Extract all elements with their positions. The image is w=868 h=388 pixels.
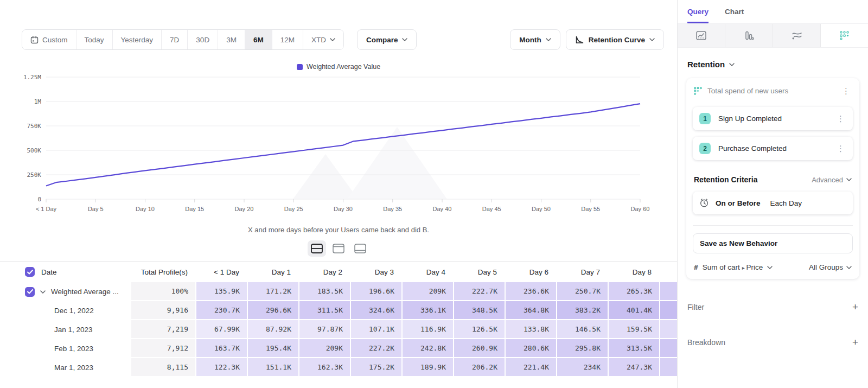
report-type-select[interactable]: Retention: [687, 60, 868, 69]
range-xtd[interactable]: XTD: [303, 30, 343, 49]
retention-cell-day5[interactable]: 222.7K: [453, 282, 505, 301]
chart-type-switcher: [678, 24, 868, 48]
range-3m[interactable]: 3M: [218, 30, 245, 49]
retention-cell-day6[interactable]: 280.6K: [505, 339, 556, 358]
retention-cell-day4[interactable]: 336.1K: [401, 301, 453, 320]
behavior-title[interactable]: Total spend of new users: [707, 87, 835, 95]
retention-cell-day4[interactable]: 209K: [401, 282, 453, 301]
retention-cell-day8[interactable]: 313.5K: [608, 339, 659, 358]
svg-text:Day 5: Day 5: [88, 206, 104, 212]
add-breakdown-button[interactable]: +: [852, 337, 858, 347]
table-row[interactable]: Weighted Average ...100%135.9K171.2K183.…: [0, 282, 677, 301]
insights-icon[interactable]: [678, 24, 725, 47]
retention-cell-1day[interactable]: 122.3K: [195, 358, 247, 377]
retention-cell-day2[interactable]: 97.87K: [298, 320, 350, 339]
kebab-menu-icon[interactable]: ⋮: [835, 115, 846, 123]
retention-cell-day8[interactable]: 265.3K: [608, 282, 659, 301]
retention-cell-day8[interactable]: 247.3K: [608, 358, 659, 377]
granularity-button[interactable]: Month: [510, 29, 560, 50]
kebab-menu-icon[interactable]: ⋮: [835, 144, 846, 152]
add-filter-button[interactable]: +: [852, 302, 858, 312]
retention-cell-day3[interactable]: 175.2K: [350, 358, 401, 377]
range-custom[interactable]: Custom: [22, 30, 76, 49]
retention-cell-day2[interactable]: 209K: [298, 339, 350, 358]
kebab-menu-icon[interactable]: ⋮: [840, 87, 852, 95]
retention-cell-day5[interactable]: 206.2K: [453, 358, 505, 377]
compare-button[interactable]: Compare: [357, 29, 417, 50]
table-row[interactable]: Jan 1, 20237,21967.99K87.92K97.87K107.1K…: [0, 320, 677, 339]
retention-cell-day3[interactable]: 324.6K: [350, 301, 401, 320]
retention-cell-day3[interactable]: 196.6K: [350, 282, 401, 301]
retention-cell-day5[interactable]: 126.5K: [453, 320, 505, 339]
layout-chart-only-icon[interactable]: [329, 240, 348, 257]
retention-cell-day8[interactable]: 401.4K: [608, 301, 659, 320]
flows-icon[interactable]: [773, 24, 821, 47]
retention-cell-day6[interactable]: 133.8K: [505, 320, 556, 339]
breakdown-label: Breakdown: [687, 338, 852, 347]
retention-cell-day7[interactable]: 383.2K: [556, 301, 608, 320]
retention-cell-day8[interactable]: 159.5K: [608, 320, 659, 339]
retention-cell-day4[interactable]: 116.9K: [401, 320, 453, 339]
retention-cell-day1[interactable]: 87.92K: [247, 320, 298, 339]
bar-chart-icon[interactable]: [725, 24, 773, 47]
retention-cell-day1[interactable]: 151.1K: [247, 358, 298, 377]
layout-table-only-icon[interactable]: [351, 240, 369, 257]
table-row[interactable]: Mar 1, 20238,115122.3K151.1K162.3K175.2K…: [0, 358, 677, 377]
range-7d[interactable]: 7D: [162, 30, 188, 49]
retention-cell-day7[interactable]: 295.8K: [556, 339, 608, 358]
retention-line-chart[interactable]: 0250K500K750K1M1.25M< 1 DayDay 5Day 10Da…: [0, 73, 677, 226]
all-groups-dropdown[interactable]: All Groups: [809, 263, 852, 271]
advanced-dropdown[interactable]: Advanced: [812, 176, 852, 184]
retention-cell-day6[interactable]: 364.8K: [505, 301, 556, 320]
property-select[interactable]: Sum of cart ▸ Price: [703, 263, 763, 271]
retention-cell-day2[interactable]: 311.5K: [298, 301, 350, 320]
legend-label: Weighted Average Value: [307, 63, 380, 71]
retention-cell-day6[interactable]: 221.4K: [505, 358, 556, 377]
retention-cell-day5[interactable]: 260.9K: [453, 339, 505, 358]
chart-legend[interactable]: Weighted Average Value: [0, 62, 677, 72]
divider: [693, 225, 853, 226]
criteria-period[interactable]: Each Day: [770, 199, 802, 207]
retention-cell-day1[interactable]: 171.2K: [247, 282, 298, 301]
retention-cell-day3[interactable]: 107.1K: [350, 320, 401, 339]
table-row[interactable]: Dec 1, 20229,916230.7K296.6K311.5K324.6K…: [0, 301, 677, 320]
retention-cell-1day[interactable]: 230.7K: [195, 301, 247, 320]
select-all-checkbox[interactable]: [25, 267, 35, 277]
retention-dots-icon[interactable]: [821, 24, 868, 47]
range-30d[interactable]: 30D: [188, 30, 218, 49]
chart-type-button[interactable]: Retention Curve: [566, 29, 664, 50]
range-today[interactable]: Today: [76, 30, 113, 49]
retention-cell-day2[interactable]: 183.5K: [298, 282, 350, 301]
retention-cell-1day[interactable]: 163.7K: [195, 339, 247, 358]
retention-cell-day1[interactable]: 195.4K: [247, 339, 298, 358]
retention-cell-day7[interactable]: 234K: [556, 358, 608, 377]
retention-cell-day4[interactable]: 189.9K: [401, 358, 453, 377]
table-row[interactable]: Feb 1, 20237,912163.7K195.4K209K227.2K24…: [0, 339, 677, 358]
expand-chevron-icon[interactable]: [40, 290, 46, 294]
retention-cell-cutoff: [659, 339, 677, 358]
behavior-step[interactable]: 1Sign Up Completed⋮: [693, 107, 853, 130]
tab-chart[interactable]: Chart: [725, 8, 744, 23]
save-as-new-behavior-button[interactable]: Save as New Behavior: [693, 233, 853, 253]
retention-cell-1day[interactable]: 67.99K: [195, 320, 247, 339]
retention-cell-1day[interactable]: 135.9K: [195, 282, 247, 301]
retention-cell-day7[interactable]: 250.7K: [556, 282, 608, 301]
retention-cell-day7[interactable]: 146.5K: [556, 320, 608, 339]
tab-query[interactable]: Query: [687, 8, 709, 23]
range-6m[interactable]: 6M: [245, 30, 272, 49]
retention-cell-day1[interactable]: 296.6K: [247, 301, 298, 320]
retention-cell-day6[interactable]: 236.6K: [505, 282, 556, 301]
retention-cell-day3[interactable]: 227.2K: [350, 339, 401, 358]
retention-cell-day5[interactable]: 348.5K: [453, 301, 505, 320]
range-12m[interactable]: 12M: [272, 30, 303, 49]
row-checkbox[interactable]: [25, 287, 35, 297]
retention-cell-day4[interactable]: 242.8K: [401, 339, 453, 358]
column-header: Day 8: [608, 262, 659, 282]
range-yesterday[interactable]: Yesterday: [113, 30, 162, 49]
row-label: Jan 1, 2023: [0, 320, 130, 339]
layout-split-icon[interactable]: [308, 240, 326, 257]
criteria-condition[interactable]: On or Before: [716, 199, 761, 207]
retention-cell-day2[interactable]: 162.3K: [298, 358, 350, 377]
behavior-step[interactable]: 2Purchase Completed⋮: [693, 137, 853, 160]
total-profiles-cell: 7,912: [130, 339, 195, 358]
